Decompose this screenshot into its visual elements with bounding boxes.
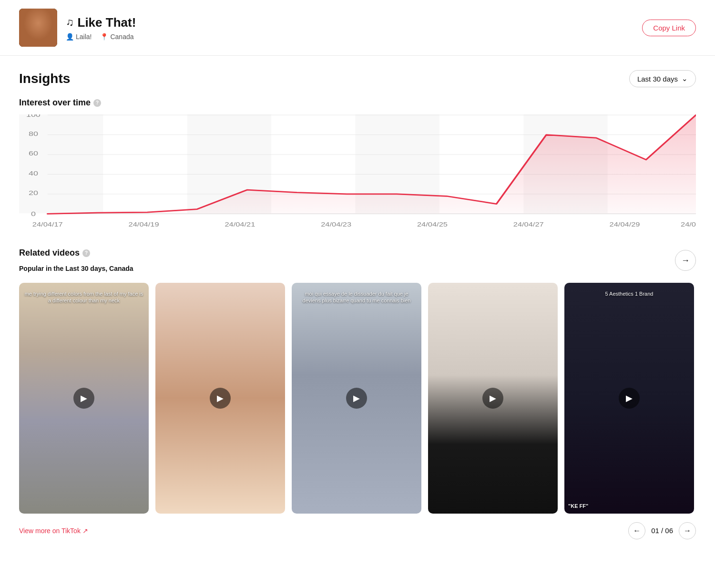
play-icon-5: ▶	[626, 393, 633, 403]
video-overlay-text-3: moi qui essaye de le dissuader du fait q…	[292, 290, 421, 304]
play-icon-2: ▶	[217, 393, 224, 403]
svg-text:24/04/23: 24/04/23	[321, 221, 351, 227]
video-card-1[interactable]: me trying different colors from the last…	[19, 283, 149, 514]
svg-text:24/04/17: 24/04/17	[32, 221, 63, 227]
music-icon: ♫	[66, 16, 74, 29]
pagination-prev-button[interactable]: ←	[628, 522, 645, 539]
play-button-2[interactable]: ▶	[210, 388, 231, 409]
play-icon-3: ▶	[353, 393, 360, 403]
play-button-4[interactable]: ▶	[482, 388, 503, 409]
period-selector[interactable]: Last 30 days ⌄	[629, 70, 696, 87]
pagination-label: 01 / 06	[651, 526, 673, 535]
svg-text:60: 60	[29, 150, 38, 157]
related-videos-header: Related videos ? Popular in the Last 30 …	[19, 248, 696, 279]
chart-svg: 0 20 40 60 80 100 24/04/17 24/04/19 24/0…	[19, 114, 696, 229]
chevron-down-icon: ⌄	[682, 74, 688, 83]
video-overlay-text-5: 5 Aesthetics 1 Brand	[564, 290, 694, 297]
svg-text:20: 20	[29, 189, 38, 196]
video-card-4[interactable]: ▶	[428, 283, 558, 514]
arrow-right-icon-2: →	[684, 526, 691, 535]
svg-rect-0	[19, 114, 103, 213]
pagination-next-button[interactable]: →	[679, 522, 696, 539]
videos-grid: me trying different colors from the last…	[19, 283, 696, 514]
video-card-5[interactable]: 5 Aesthetics 1 Brand ▶ "KE FF"	[564, 283, 694, 514]
svg-rect-1	[103, 114, 187, 213]
person-icon: 👤	[66, 33, 74, 41]
popular-subtitle: Popular in the Last 30 days, Canada	[19, 265, 133, 272]
main-content: Insights Last 30 days ⌄ Interest over ti…	[0, 56, 715, 588]
related-videos-title-group: Related videos ? Popular in the Last 30 …	[19, 248, 133, 279]
play-icon-1: ▶	[81, 393, 87, 403]
svg-text:24/04/25: 24/04/25	[417, 221, 448, 227]
svg-text:80: 80	[29, 130, 38, 137]
song-title: Like That!	[78, 15, 136, 30]
chart-info-icon[interactable]: ?	[93, 99, 101, 107]
arrow-right-icon: →	[681, 256, 690, 266]
footer-row: View more on TikTok ↗ ← 01 / 06 →	[19, 522, 696, 539]
page-title: ♫ Like That!	[66, 15, 642, 30]
chart-section-title: Interest over time ?	[19, 98, 696, 108]
page-header: ♫ Like That! 👤 Laila! 📍 Canada Copy Link	[0, 0, 715, 56]
pagination-controls: ← 01 / 06 →	[628, 522, 696, 539]
play-icon-4: ▶	[490, 393, 496, 403]
svg-text:24/04/29: 24/04/29	[610, 221, 640, 227]
play-button-3[interactable]: ▶	[346, 388, 367, 409]
header-meta: 👤 Laila! 📍 Canada	[66, 33, 642, 41]
svg-text:40: 40	[29, 170, 38, 176]
avatar	[19, 9, 57, 47]
video-card-3[interactable]: moi qui essaye de le dissuader du fait q…	[292, 283, 421, 514]
period-label: Last 30 days	[637, 75, 678, 83]
video-overlay-text-1: me trying different colors from the last…	[19, 290, 149, 304]
insights-header: Insights Last 30 days ⌄	[19, 70, 696, 87]
play-button-5[interactable]: ▶	[619, 388, 640, 409]
external-link-icon: ↗	[82, 527, 88, 535]
arrow-left-icon: ←	[633, 526, 641, 535]
svg-text:100: 100	[26, 114, 41, 118]
artist-name: 👤 Laila!	[66, 33, 92, 41]
video-card-2[interactable]: ▶	[155, 283, 285, 514]
svg-text:0: 0	[31, 210, 36, 217]
svg-text:24/04/21: 24/04/21	[225, 221, 255, 227]
location-icon: 📍	[100, 33, 108, 41]
svg-text:24/05/01: 24/05/01	[681, 221, 696, 227]
interest-chart: 0 20 40 60 80 100 24/04/17 24/04/19 24/0…	[19, 114, 696, 229]
header-info: ♫ Like That! 👤 Laila! 📍 Canada	[66, 15, 642, 41]
play-button-1[interactable]: ▶	[73, 388, 94, 409]
copy-link-button[interactable]: Copy Link	[642, 20, 696, 36]
avatar-image	[19, 9, 57, 47]
svg-text:24/04/27: 24/04/27	[513, 221, 544, 227]
video-bottom-text-5: "KE FF"	[568, 503, 690, 509]
related-videos-info-icon[interactable]: ?	[82, 249, 90, 257]
insights-title: Insights	[19, 71, 70, 86]
related-videos-title: Related videos ?	[19, 248, 133, 258]
svg-text:24/04/19: 24/04/19	[129, 221, 159, 227]
view-more-tiktok-link[interactable]: View more on TikTok ↗	[19, 527, 88, 535]
videos-next-arrow-button[interactable]: →	[675, 250, 696, 271]
location-info: 📍 Canada	[100, 33, 133, 41]
